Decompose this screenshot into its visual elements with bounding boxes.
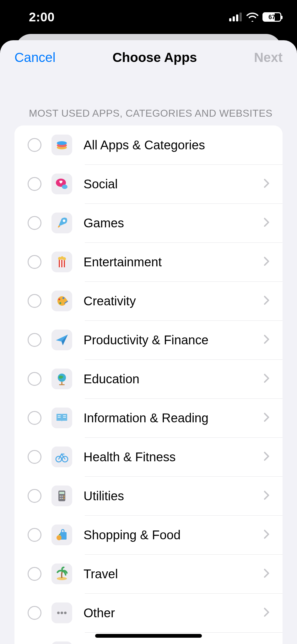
popcorn-icon [51,252,72,272]
svg-rect-31 [59,492,64,494]
next-button[interactable]: Next [254,50,283,65]
svg-rect-27 [63,417,66,418]
row-separator [85,632,283,633]
svg-point-18 [59,302,61,304]
row-separator [85,359,283,360]
select-radio[interactable] [28,489,41,503]
category-label: Shopping & Food [84,528,264,542]
category-row[interactable]: Travel [14,554,283,593]
globe-icon [51,369,72,389]
svg-rect-22 [61,382,62,384]
book-icon [51,408,72,428]
svg-point-41 [57,612,60,614]
category-row[interactable]: All Apps & Categories [14,125,283,164]
category-list: All Apps & CategoriesSocialGamesEntertai… [14,125,283,644]
status-bar: 2:00 67 [0,0,297,34]
category-label: Utilities [84,489,264,503]
select-radio[interactable] [28,255,41,269]
chat-heart-icon [51,174,72,194]
category-label: Creativity [84,294,264,308]
row-separator [85,593,283,594]
svg-point-35 [60,498,61,499]
category-row[interactable]: Education [14,359,283,398]
svg-point-36 [62,498,63,499]
svg-rect-23 [59,384,65,385]
svg-rect-3 [240,13,242,21]
category-row[interactable]: Productivity & Finance [14,320,283,359]
svg-rect-26 [63,415,66,416]
category-label: Productivity & Finance [84,333,264,347]
chevron-right-icon [264,179,269,189]
chevron-right-icon [264,569,269,579]
cellular-icon [229,13,242,21]
select-radio[interactable] [28,606,41,620]
select-radio[interactable] [28,216,41,230]
home-indicator[interactable] [95,634,202,638]
svg-point-37 [63,498,65,499]
select-radio[interactable] [28,528,41,542]
row-separator [85,320,283,321]
wifi-icon [246,12,259,22]
bag-fruit-icon [51,525,72,545]
row-separator [85,281,283,282]
svg-rect-1 [233,16,235,21]
chevron-right-icon [264,218,269,228]
row-separator [85,554,283,555]
svg-rect-24 [58,415,61,416]
category-row[interactable]: Utilities [14,476,283,515]
svg-point-16 [63,257,66,260]
category-row[interactable]: Entertainment [14,242,283,281]
chevron-right-icon [264,413,269,423]
palm-icon [51,564,72,584]
calculator-icon [51,486,72,506]
svg-point-9 [63,219,65,222]
nav-bar: Cancel Choose Apps Next [0,40,297,75]
chevron-right-icon [264,530,269,540]
select-radio[interactable] [28,450,41,464]
svg-rect-12 [61,260,62,267]
battery-icon: 67 [262,12,281,22]
select-radio[interactable] [28,138,41,152]
select-radio[interactable] [28,411,41,425]
category-row[interactable]: Shopping & Food [14,515,283,554]
category-label: Travel [84,567,264,581]
status-time: 2:00 [29,10,55,24]
svg-point-6 [57,141,67,145]
select-radio[interactable] [28,567,41,581]
section-header: MOST USED APPS, CATEGORIES AND WEBSITES [0,75,297,125]
select-radio[interactable] [28,333,41,347]
svg-point-42 [61,612,63,614]
row-separator [85,476,283,477]
category-label: Health & Fitness [84,450,264,464]
svg-point-32 [60,496,61,497]
chevron-right-icon [264,374,269,384]
select-radio[interactable] [28,294,41,308]
svg-point-34 [63,496,65,497]
category-row[interactable]: Creativity [14,281,283,320]
select-radio[interactable] [28,372,41,386]
chevron-right-icon [264,452,269,462]
category-label: Information & Reading [84,411,264,425]
palette-icon [51,291,72,311]
modal-sheet: Cancel Choose Apps Next MOST USED APPS, … [0,40,297,644]
svg-rect-11 [59,260,60,267]
category-row[interactable]: Games [14,203,283,242]
ellipsis-icon [51,602,72,623]
category-row[interactable]: Information & Reading [14,398,283,437]
row-separator [85,398,283,399]
category-row[interactable]: Other [14,593,283,632]
category-row[interactable]: Health & Fitness [14,437,283,476]
chevron-right-icon [264,296,269,306]
cancel-button[interactable]: Cancel [14,50,56,65]
category-label: Social [84,177,264,191]
svg-point-33 [62,496,63,497]
status-right: 67 [229,12,281,22]
svg-rect-25 [58,417,61,418]
category-label: Other [84,606,264,620]
stack-icon [51,135,72,155]
category-row[interactable]: Social [14,164,283,203]
page-title: Choose Apps [112,50,197,65]
category-label: Entertainment [84,255,264,269]
select-radio[interactable] [28,177,41,191]
svg-point-39 [57,535,62,540]
